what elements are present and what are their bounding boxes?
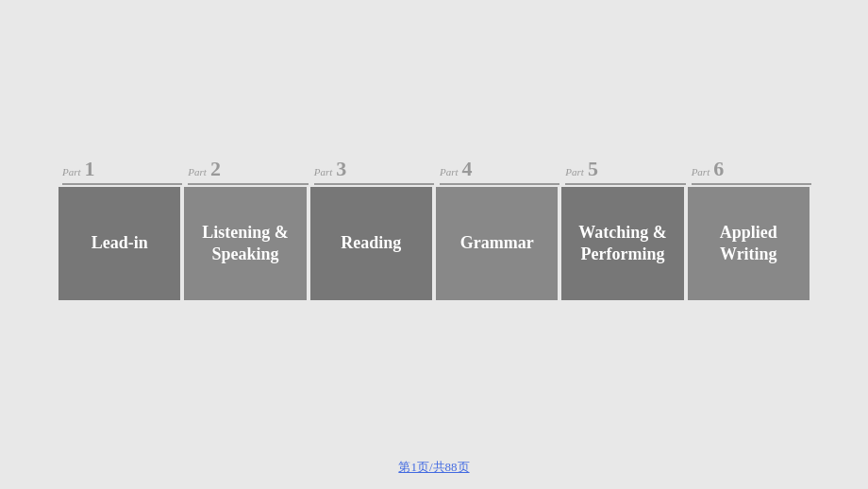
part-label-cell-5: Part5 (559, 157, 685, 185)
part-card-4[interactable]: Grammar (436, 187, 558, 300)
part-number-1: 1 (85, 157, 95, 181)
part-label-cell-3: Part3 (309, 157, 434, 185)
pagination-area: 第1页/共88页 (0, 459, 868, 489)
part-word-2: Part (188, 166, 207, 177)
part-word-4: Part (440, 166, 459, 177)
part-card-3[interactable]: Reading (310, 187, 432, 300)
cards-row: Lead-inListening &SpeakingReadingGrammar… (57, 185, 811, 302)
part-card-5[interactable]: Watching &Performing (561, 187, 683, 300)
part-word-5: Part (565, 166, 584, 177)
part-label-6: Part6 (692, 157, 725, 181)
part-label-cell-6: Part6 (686, 157, 811, 185)
part-label-2: Part2 (188, 157, 221, 181)
part-number-5: 5 (588, 157, 598, 181)
part-card-2[interactable]: Listening &Speaking (184, 187, 306, 300)
part-word-6: Part (692, 166, 710, 177)
part-card-1[interactable]: Lead-in (58, 187, 180, 300)
part-card-6[interactable]: AppliedWriting (688, 187, 810, 300)
part-labels-row: Part1Part2Part3Part4Part5Part6 (57, 157, 811, 185)
part-label-cell-4: Part4 (434, 157, 559, 185)
part-number-6: 6 (713, 157, 724, 181)
part-number-3: 3 (336, 157, 346, 181)
part-word-1: Part (62, 166, 81, 177)
part-label-5: Part5 (565, 157, 598, 181)
parts-container: Part1Part2Part3Part4Part5Part6 Lead-inLi… (57, 157, 811, 302)
part-number-4: 4 (462, 157, 473, 181)
part-label-4: Part4 (440, 157, 473, 181)
part-number-2: 2 (210, 157, 221, 181)
part-label-3: Part3 (314, 157, 347, 181)
part-word-3: Part (314, 166, 333, 177)
pagination-text: 第1页/共88页 (398, 459, 469, 476)
part-label-cell-2: Part2 (182, 157, 308, 185)
part-label-1: Part1 (62, 157, 95, 181)
part-label-cell-1: Part1 (57, 157, 182, 185)
